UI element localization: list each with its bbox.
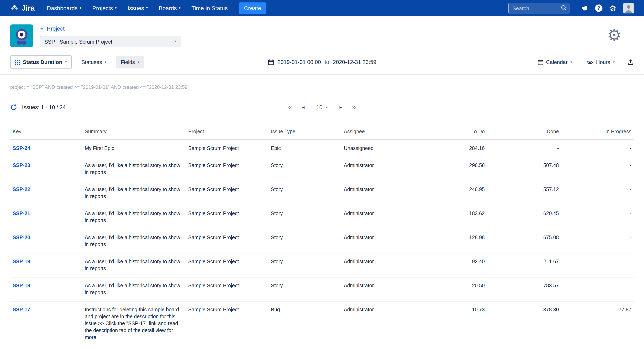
assignee-cell: Administrator (344, 259, 374, 264)
user-avatar[interactable] (623, 3, 634, 14)
issue-key-link[interactable]: SSP-18 (13, 283, 30, 288)
table-row: SSP-18As a user, I'd like a historical s… (10, 277, 634, 301)
chevron-down-icon: ▾ (80, 6, 81, 10)
calendar-icon (268, 59, 274, 65)
grid-icon (15, 60, 20, 64)
date-range-picker[interactable]: 2019-01-01 00:00 to 2020-12-31 23:59 (268, 59, 376, 65)
col-header-in-progress[interactable]: In Progress (561, 126, 634, 140)
chevron-down-icon: ▾ (138, 60, 139, 64)
issue-type-cell: Story (271, 259, 283, 264)
issue-key-link[interactable]: SSP-21 (13, 211, 30, 216)
project-cell: Sample Scrum Project (188, 283, 239, 288)
summary-cell: As a user, I'd like a historical story t… (85, 211, 180, 223)
help-icon[interactable]: ? (595, 4, 602, 12)
col-header-summary[interactable]: Summary (82, 126, 186, 140)
issue-type-cell: Story (271, 211, 283, 216)
table-header-row: Key Summary Project Issue Type Assignee … (10, 126, 634, 140)
issue-key-link[interactable]: SSP-17 (13, 307, 30, 312)
issue-key-link[interactable]: SSP-24 (13, 146, 30, 151)
nav-time-in-status[interactable]: Time in Status (192, 5, 228, 12)
jql-query-text: project = "SSP" AND created >= "2019-01-… (10, 84, 634, 90)
project-scope-toggle[interactable]: Project (40, 25, 180, 32)
project-cell: Sample Scrum Project (188, 307, 239, 312)
issue-key-link[interactable]: SSP-22 (13, 186, 30, 192)
in-progress-cell: 77.87 (618, 307, 631, 312)
page-size-select[interactable]: 10 ▾ (315, 103, 329, 111)
table-row: SSP-19As a user, I'd like a historical s… (10, 253, 634, 277)
in-progress-cell: - (630, 186, 631, 192)
refresh-icon[interactable] (10, 104, 17, 111)
project-cell: Sample Scrum Project (188, 235, 239, 240)
todo-cell: 183.62 (469, 211, 485, 216)
todo-cell: 128.98 (469, 235, 485, 240)
page-size-value: 10 (316, 104, 322, 110)
issues-counter: Issues: 1 - 10 / 24 (10, 104, 66, 111)
export-icon[interactable] (627, 59, 634, 66)
report-settings-gear-icon[interactable]: ⚙ (607, 27, 622, 43)
prev-page-button[interactable]: ◂ (302, 105, 304, 110)
pager-controls: « ◂ 10 ▾ ▸ » (288, 103, 356, 111)
settings-gear-icon[interactable]: ⚙ (610, 4, 616, 12)
table-row: SSP-17Instructions for deleting this sam… (10, 301, 634, 346)
report-toolbar: Status Duration ▾ Statuses ▾ Fields ▾ (0, 54, 644, 74)
feedback-megaphone-icon[interactable] (581, 5, 588, 12)
issue-key-link[interactable]: SSP-19 (13, 259, 30, 264)
report-type-button[interactable]: Status Duration ▾ (10, 56, 72, 69)
in-progress-cell: - (630, 259, 631, 264)
chevron-down-icon: ▾ (570, 60, 572, 64)
calendar-dropdown-label: Calendar (546, 59, 568, 65)
col-header-todo[interactable]: To Do (424, 126, 487, 140)
issue-type-cell: Story (271, 235, 283, 240)
search-input[interactable] (508, 3, 570, 14)
project-select-value: SSP - Sample Scrum Project (44, 38, 112, 44)
col-header-done[interactable]: Done (487, 126, 561, 140)
assignee-cell: Unassigneed (344, 146, 374, 151)
chevron-down-icon: ▾ (326, 105, 328, 109)
nav-issues[interactable]: Issues ▾ (128, 5, 148, 12)
col-header-key[interactable]: Key (10, 126, 82, 140)
done-cell: 783.57 (544, 283, 559, 288)
eye-icon (587, 60, 593, 64)
nav-boards[interactable]: Boards ▾ (159, 5, 180, 12)
nav-projects[interactable]: Projects ▾ (92, 5, 116, 12)
done-cell: 620.45 (544, 211, 559, 216)
summary-cell: As a user, I'd like a historical story t… (85, 162, 180, 175)
summary-cell: My First Epic (85, 146, 114, 151)
date-from: 2019-01-01 00:00 (278, 59, 321, 65)
chevron-down-icon: ▾ (115, 6, 116, 10)
nav-dashboards[interactable]: Dashboards ▾ (47, 5, 81, 12)
issues-table-body: SSP-24My First EpicSample Scrum ProjectE… (10, 140, 634, 349)
todo-cell: 296.58 (469, 162, 485, 168)
issue-key-link[interactable]: SSP-23 (13, 162, 30, 168)
fields-button[interactable]: Fields ▾ (116, 56, 144, 68)
calendar-dropdown[interactable]: Calendar ▾ (533, 56, 576, 68)
issue-type-cell: Story (271, 162, 283, 168)
hours-dropdown-label: Hours (596, 59, 610, 65)
issues-table: Key Summary Project Issue Type Assignee … (10, 126, 634, 349)
main-menu: Dashboards ▾ Projects ▾ Issues ▾ Boards … (47, 2, 266, 14)
in-progress-cell: - (630, 211, 631, 216)
hours-dropdown[interactable]: Hours ▾ (582, 56, 619, 68)
first-page-button[interactable]: « (288, 104, 292, 110)
col-header-project[interactable]: Project (186, 126, 268, 140)
issue-key-link[interactable]: SSP-20 (13, 235, 30, 240)
done-cell: 675.08 (544, 235, 559, 240)
project-select[interactable]: SSP - Sample Scrum Project ▾ (40, 36, 180, 47)
col-header-assignee[interactable]: Assignee (341, 126, 424, 140)
issue-type-cell: Story (271, 283, 283, 288)
statuses-button[interactable]: Statuses ▾ (77, 56, 111, 68)
assignee-cell: Administrator (344, 283, 374, 288)
report-header-block: Project SSP - Sample Scrum Project ▾ ⚙ (0, 16, 644, 74)
last-page-button[interactable]: » (352, 104, 356, 110)
done-cell: 378.30 (544, 307, 559, 312)
summary-cell: As a user, I'd like a historical story t… (85, 235, 180, 247)
project-cell: Sample Scrum Project (188, 162, 239, 168)
create-button[interactable]: Create (239, 2, 266, 14)
pagination-bar: Issues: 1 - 10 / 24 « ◂ 10 ▾ ▸ » (10, 101, 634, 113)
calendar-icon (538, 59, 543, 65)
next-page-button[interactable]: ▸ (340, 105, 342, 110)
jira-logo[interactable]: Jira (10, 4, 34, 12)
search-icon[interactable] (561, 5, 567, 13)
todo-cell: 284.16 (469, 146, 485, 151)
col-header-issue-type[interactable]: Issue Type (268, 126, 341, 140)
